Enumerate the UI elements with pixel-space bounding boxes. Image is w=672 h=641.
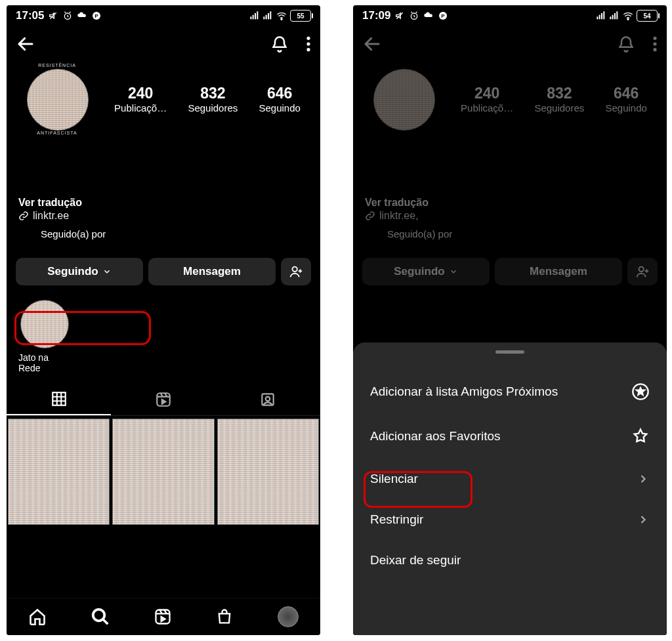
tagged-icon: [259, 391, 276, 408]
svg-rect-31: [614, 13, 616, 19]
notifications-bell-icon[interactable]: [617, 35, 635, 53]
tab-reels[interactable]: [111, 384, 215, 415]
sheet-option-close-friends[interactable]: Adicionar à lista Amigos Próximos: [353, 369, 667, 414]
stat-followers[interactable]: 832 Seguidores: [534, 85, 584, 114]
nav-home-icon[interactable]: [28, 608, 47, 626]
svg-rect-3: [250, 16, 251, 19]
sheet-option-favorites[interactable]: Adicionar aos Favoritos: [353, 414, 667, 459]
stat-following-num: 646: [259, 85, 300, 102]
stat-following-label: Seguindo: [605, 102, 646, 114]
stat-followers-num: 832: [188, 85, 238, 102]
svg-rect-28: [603, 11, 604, 19]
stat-followers[interactable]: 832 Seguidores: [188, 85, 238, 114]
sheet-option-label: Silenciar: [370, 472, 418, 486]
p-badge-icon: P: [91, 10, 102, 21]
battery-indicator: 54: [637, 10, 658, 22]
followed-by-row[interactable]: Seguido(a) por: [7, 226, 320, 242]
message-button[interactable]: Mensagem: [148, 258, 276, 285]
following-bottom-sheet: Adicionar à lista Amigos Próximos Adicio…: [353, 342, 667, 635]
followed-by-row[interactable]: Seguido(a) por: [353, 226, 667, 242]
see-translation-link[interactable]: Ver tradução: [365, 197, 655, 209]
wifi-icon: [276, 10, 287, 21]
svg-rect-8: [266, 15, 267, 20]
stat-posts-label: Publicaçõ…: [114, 102, 167, 114]
chevron-right-icon: [637, 472, 650, 486]
highlight-item[interactable]: Jato na Rede: [18, 300, 71, 373]
svg-point-12: [306, 37, 310, 40]
stat-posts[interactable]: 240 Publicaçõ…: [114, 85, 167, 114]
signal-icon-2: [609, 10, 620, 21]
stat-posts-label: Publicaçõ…: [461, 102, 513, 114]
profile-avatar[interactable]: RESISTÊNCIA ANTIFASCISTA: [22, 64, 92, 134]
bio-link[interactable]: linktr.ee: [18, 209, 308, 223]
suggested-users-button[interactable]: [627, 258, 658, 285]
post-thumb[interactable]: [8, 419, 110, 525]
signal-icon-2: [262, 10, 273, 21]
battery-level: 55: [297, 12, 304, 20]
nav-reels-icon[interactable]: [154, 608, 172, 626]
profile-bio: Ver tradução linktr.ee: [7, 138, 320, 226]
svg-rect-7: [263, 16, 264, 19]
star-circle-icon: [631, 383, 650, 401]
sheet-option-unfollow[interactable]: Deixar de seguir: [353, 540, 667, 581]
sheet-drag-handle[interactable]: [495, 350, 524, 354]
action-buttons-row: Seguindo Mensagem: [353, 242, 667, 291]
svg-point-37: [639, 267, 644, 272]
status-time: 17:05: [16, 9, 44, 22]
svg-rect-4: [253, 15, 254, 20]
back-arrow-icon[interactable]: [362, 34, 382, 54]
suggested-users-button[interactable]: [281, 258, 311, 285]
sheet-option-restrict[interactable]: Restringir: [353, 499, 667, 540]
profile-bio: Ver tradução linktr.ee,: [353, 138, 667, 226]
stat-following[interactable]: 646 Seguindo: [259, 85, 300, 114]
link-icon: [18, 211, 29, 221]
bio-link-text: linktr.ee: [33, 210, 69, 222]
bio-link[interactable]: linktr.ee,: [365, 209, 655, 223]
following-button[interactable]: Seguindo: [16, 258, 143, 285]
wifi-icon: [622, 10, 634, 21]
reels-icon: [155, 391, 172, 408]
more-menu-icon[interactable]: [652, 35, 658, 52]
svg-rect-5: [255, 13, 256, 19]
posts-grid: [7, 416, 320, 525]
link-icon: [365, 211, 375, 221]
nav-search-icon[interactable]: [91, 607, 110, 627]
back-arrow-icon[interactable]: [16, 34, 35, 54]
see-translation-link[interactable]: Ver tradução: [18, 197, 308, 209]
nav-profile-avatar[interactable]: [278, 606, 299, 627]
tab-grid[interactable]: [7, 384, 111, 415]
highlight-cover: [20, 300, 69, 348]
sheet-option-mute[interactable]: Silenciar: [353, 459, 667, 499]
action-buttons-row: Seguindo Mensagem: [7, 242, 320, 291]
app-top-bar: [353, 24, 667, 60]
phone-screenshot-right: 17:09 P 54 240 Publicaçõ…: [353, 5, 667, 635]
stat-followers-label: Seguidores: [188, 102, 238, 114]
p-badge-icon: P: [438, 10, 448, 21]
chevron-right-icon: [637, 513, 650, 526]
tab-tagged[interactable]: [216, 384, 320, 415]
svg-rect-29: [610, 16, 611, 19]
stat-following-num: 646: [605, 85, 646, 102]
following-button-label: Seguindo: [394, 265, 444, 278]
notifications-bell-icon[interactable]: [270, 35, 289, 53]
profile-avatar[interactable]: [369, 64, 438, 134]
message-button[interactable]: Mensagem: [495, 258, 622, 285]
svg-point-35: [653, 42, 656, 45]
svg-point-20: [93, 610, 104, 621]
following-button-label: Seguindo: [47, 265, 98, 278]
avatar-arc-bottom: ANTIFASCISTA: [22, 131, 92, 135]
following-button[interactable]: Seguindo: [362, 258, 490, 285]
nav-shop-icon[interactable]: [215, 608, 234, 626]
more-menu-icon[interactable]: [306, 35, 311, 52]
bio-link-text: linktr.ee,: [379, 210, 419, 222]
post-thumb[interactable]: [112, 419, 214, 525]
stat-posts[interactable]: 240 Publicaçõ…: [461, 85, 513, 114]
svg-point-33: [627, 18, 629, 20]
svg-rect-25: [597, 16, 598, 19]
stat-following[interactable]: 646 Seguindo: [605, 85, 646, 114]
message-button-label: Mensagem: [530, 265, 587, 278]
post-thumb[interactable]: [217, 419, 319, 525]
message-button-label: Mensagem: [183, 265, 241, 278]
signal-icon: [249, 10, 260, 21]
svg-rect-26: [599, 15, 600, 20]
